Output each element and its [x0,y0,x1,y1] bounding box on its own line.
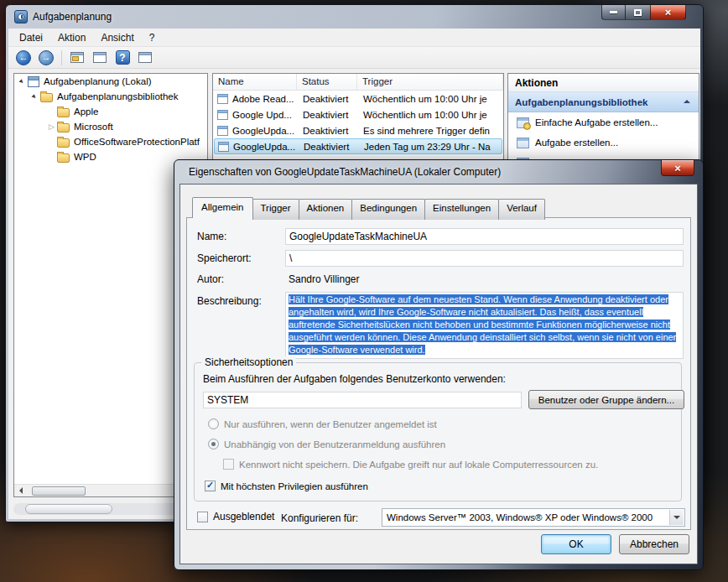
window-title: Aufgabenplanung [33,11,112,23]
dropdown-arrow-icon[interactable] [669,510,684,525]
help-button[interactable]: ? [112,49,133,67]
menu-help[interactable]: ? [142,29,163,46]
task-scheduler-node-icon [28,76,39,87]
cancel-button[interactable]: Abbrechen [619,534,689,554]
menu-aktion[interactable]: Aktion [50,29,93,46]
task-row-adobe[interactable]: Adobe Read... Deaktiviert Wöchentlich um… [214,91,502,107]
maximize-button[interactable] [626,5,650,20]
column-header-status[interactable]: Status [297,74,357,90]
radio-row-logged-in: Nur ausführen, wenn der Benutzer angemel… [208,418,437,429]
horizontal-scrollbar-thumb[interactable] [25,504,112,514]
tab-trigger[interactable]: Trigger [252,199,299,220]
back-icon: ← [16,50,31,65]
dialog-title: Eigenschaften von GoogleUpdateTaskMachin… [189,166,501,178]
properties-dialog: Eigenschaften von GoogleUpdateTaskMachin… [174,159,704,570]
tab-page-allgemein: Name: GoogleUpdateTaskMachineUA Speicher… [186,217,691,530]
forward-button[interactable]: → [36,49,56,67]
radio-logged-in-label: Nur ausführen, wenn der Benutzer angemel… [224,419,437,429]
description-field[interactable]: Hält Ihre Google-Software auf dem neuest… [285,292,684,359]
column-header-trigger[interactable]: Trigger [357,74,503,90]
folder-icon [40,93,53,102]
scrollbar-thumb[interactable] [32,486,86,496]
task-row-google-update-1[interactable]: Google Upd... Deaktiviert Wöchentlich um… [214,107,502,122]
tree-item-label: Aufgabenplanungsbibliothek [57,91,179,101]
expander-open-icon[interactable] [29,92,40,101]
dialog-close-button[interactable]: × [661,160,694,176]
tab-strip: Allgemein Trigger Aktionen Bedingungen E… [192,197,544,218]
menu-bar: Datei Aktion Ansicht ? [8,29,700,47]
checkbox-privileges-label: Mit höchsten Privilegien ausführen [221,481,368,491]
tree-item-aufgabenplanung-lokal[interactable]: Aufgabenplanung (Lokal) [14,74,207,89]
change-user-button[interactable]: Benutzer oder Gruppe ändern... [528,390,684,409]
hidden-checkbox-label: Ausgeblendet [213,511,274,522]
scroll-left-arrow-icon[interactable] [14,485,27,497]
show-console-tree-button[interactable] [67,49,87,67]
task-status: Deaktiviert [299,142,359,152]
window-titlebar[interactable]: Aufgabenplanung × [6,5,703,29]
configure-for-value: Windows Server™ 2003, Windows® XP oder W… [387,512,653,522]
toolbar-separator [61,50,62,65]
action-create-basic-task[interactable]: Einfache Aufgabe erstellen... [508,112,699,133]
configure-for-dropdown[interactable]: Windows Server™ 2003, Windows® XP oder W… [382,508,685,527]
tab-bedingungen[interactable]: Bedingungen [351,199,425,220]
task-name-cell: GoogleUpda... [215,142,299,152]
column-header-name[interactable]: Name [213,74,297,90]
actions-group-label: Aufgabenplanungsbibliothek [515,97,647,107]
location-field[interactable]: \ [285,250,684,267]
maximize-icon [634,9,642,16]
help-icon: ? [116,50,130,65]
task-name: GoogleUpda... [232,126,294,136]
collapse-chevron-icon [684,100,690,103]
task-row-google-update-ua-selected[interactable]: GoogleUpda... Deaktiviert Jeden Tag um 2… [214,138,502,154]
dialog-body: Allgemein Trigger Aktionen Bedingungen E… [179,184,698,564]
description-label: Beschreibung: [197,295,262,307]
account-field[interactable]: SYSTEM [203,392,522,408]
expander-open-icon[interactable] [17,77,28,86]
export-list-icon [138,52,152,63]
toolbar: ← → ? [8,47,700,69]
ok-button[interactable]: OK [541,534,611,554]
folder-icon [57,138,70,148]
name-field[interactable]: GoogleUpdateTaskMachineUA [285,228,684,245]
tab-einstellungen[interactable]: Einstellungen [424,199,499,220]
tree-item-apple[interactable]: Apple [14,104,207,119]
minimize-icon [610,11,617,13]
task-trigger: Jeden Tag um 23:29 Uhr - Na [359,142,502,152]
task-trigger: Wöchentlich um 10:00 Uhr je [358,110,502,120]
back-button[interactable]: ← [13,49,34,67]
properties-button[interactable] [90,49,110,67]
close-button[interactable]: × [650,5,686,20]
task-name-cell: Google Upd... [214,110,298,120]
menu-datei[interactable]: Datei [12,29,50,46]
tab-verlauf[interactable]: Verlauf [498,199,545,220]
scrollbar-track[interactable] [27,485,195,497]
task-icon [217,110,228,120]
task-trigger: Wöchentlich um 10:00 Uhr je [358,94,502,104]
tab-allgemein[interactable]: Allgemein [192,197,253,218]
task-name: Google Upd... [232,110,292,120]
expander-closed-icon[interactable] [46,122,57,131]
tree-item-bibliothek[interactable]: Aufgabenplanungsbibliothek [14,89,207,104]
tree-item-label: Aufgabenplanung (Lokal) [44,76,152,86]
console-tree-icon [70,52,84,63]
security-options-group: Sicherheitsoptionen Beim Ausführen der A… [194,362,682,501]
checkbox-no-password [223,459,234,470]
menu-ansicht[interactable]: Ansicht [93,29,141,46]
close-icon: × [674,162,681,174]
task-row-google-update-2[interactable]: GoogleUpda... Deaktiviert Es sind mehrer… [214,122,502,138]
minimize-button[interactable] [601,5,626,20]
tree-item-officesoftware[interactable]: OfficeSoftwareProtectionPlatf [14,134,207,149]
dialog-titlebar[interactable]: Eigenschaften von GoogleUpdateTaskMachin… [174,160,703,184]
export-list-button[interactable] [135,49,155,67]
tree-item-microsoft[interactable]: Microsoft [14,119,207,134]
actions-group-header[interactable]: Aufgabenplanungsbibliothek [508,92,699,112]
checkmark-icon: ✓ [206,480,214,491]
radio-independent-label: Unabhängig von der Benutzeranmeldung aus… [224,439,445,449]
checkbox-hidden[interactable] [197,512,208,522]
task-name: Adobe Read... [232,94,294,104]
tab-aktionen[interactable]: Aktionen [299,199,353,220]
checkbox-highest-privileges-checked[interactable]: ✓ [205,481,216,491]
action-create-task[interactable]: Aufgabe erstellen... [508,133,699,153]
action-label: Einfache Aufgabe erstellen... [535,117,658,127]
configure-for-label: Konfigurieren für: [281,512,358,524]
